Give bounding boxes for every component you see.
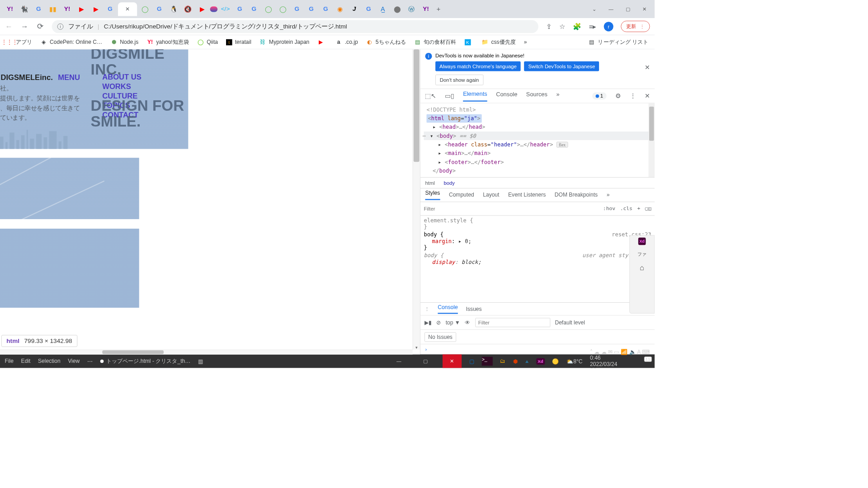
extensions-icon[interactable]: 🧩 — [573, 22, 581, 30]
tab-favicon[interactable]: G — [362, 3, 375, 15]
vscode-menu-item[interactable]: Edit — [21, 358, 31, 365]
tabs-overflow[interactable]: » — [607, 192, 610, 198]
tab-favicon[interactable]: 🐧 — [167, 3, 180, 15]
site-info-icon[interactable]: i — [57, 23, 64, 30]
window-minimize-icon[interactable]: — — [389, 354, 408, 368]
dom-node[interactable]: ▸ <main>…</main> — [424, 149, 651, 158]
log-levels-select[interactable]: Default level — [555, 319, 585, 326]
reading-list-button[interactable]: ▤リーディング リスト — [588, 38, 648, 46]
profile-avatar[interactable]: r — [604, 22, 613, 31]
bookmarks-overflow[interactable]: » — [524, 39, 527, 45]
window-close-icon[interactable]: ✕ — [642, 6, 646, 12]
tab-styles[interactable]: Styles — [425, 190, 440, 200]
flex-badge[interactable]: flex — [557, 142, 568, 148]
page-viewport[interactable]: DIGSMILE INC. DIGSMELEinc. MENU ABOUT US… — [0, 49, 413, 354]
tab-favicon[interactable]: ⓦ — [405, 3, 418, 15]
tab-dom-breakpoints[interactable]: DOM Breakpoints — [555, 192, 598, 198]
taskbar-office[interactable]: ⬢ — [513, 358, 518, 364]
tab-computed[interactable]: Computed — [449, 192, 474, 198]
nav-back-icon[interactable]: ← — [5, 22, 13, 31]
nav-forward-icon[interactable]: → — [20, 22, 28, 31]
tab-favicon[interactable]: J — [348, 3, 361, 15]
tab-favicon[interactable]: ▶ — [75, 3, 88, 15]
taskbar-explorer[interactable]: 🗂 — [500, 358, 505, 365]
dom-node[interactable]: <html lang="ja"> — [424, 114, 651, 122]
menu-link[interactable]: MENU — [58, 73, 80, 82]
live-expression-icon[interactable]: 👁 — [465, 319, 470, 326]
bookmark-item[interactable]: ▶ — [317, 39, 327, 46]
bookmark-star-icon[interactable]: ☆ — [559, 22, 566, 30]
dom-node[interactable]: ▸ <head>…</head> — [424, 123, 651, 131]
style-rule[interactable]: user agent stylesheet body { display: bl… — [424, 252, 651, 265]
device-toggle-icon[interactable]: ▭▯ — [445, 92, 454, 100]
vscode-menu-item[interactable]: Selection — [38, 358, 61, 365]
vscode-menu-item[interactable]: View — [68, 358, 80, 365]
kebab-menu-icon[interactable]: ⋮ — [630, 92, 636, 100]
styles-rules[interactable]: element.style { } reset.css:23 body { ma… — [420, 216, 655, 302]
dom-tree[interactable]: <!DOCTYPE html> <html lang="ja"> ▸ <head… — [420, 103, 655, 178]
panel-layout-icon[interactable]: ▥ — [198, 358, 203, 364]
scrollbar-thumb[interactable] — [102, 350, 164, 354]
tab-favicon[interactable]: ▶ — [90, 3, 103, 15]
tab-console[interactable]: Console — [496, 91, 517, 101]
tab-favicon[interactable]: G — [291, 3, 304, 15]
tab-favicon[interactable]: </> — [219, 3, 232, 15]
dom-node-selected[interactable]: ⋯▾ <body> == $0 — [424, 131, 651, 140]
dom-node[interactable]: <!DOCTYPE html> — [424, 105, 651, 114]
close-icon[interactable]: ✕ — [645, 92, 650, 100]
omnibox[interactable]: i ファイル | C:/Users/rikup/OneDrive/ドキュメント/… — [52, 20, 538, 33]
drawer-menu-icon[interactable]: ⋮ — [425, 306, 429, 312]
bookmark-item[interactable]: ◈CodePen: Online C… — [40, 39, 102, 46]
vscode-active-tab[interactable]: トップページ.html - クリスタ_th… — [100, 357, 190, 365]
tray-notifications-icon[interactable]: 💬 — [590, 368, 597, 368]
window-close-icon[interactable]: ✕ — [443, 354, 462, 368]
page-scrollbar-vertical[interactable]: ▾ — [413, 49, 420, 349]
taskbar-clock[interactable]: 0:46 2022/03/24 — [590, 355, 650, 367]
reading-list-icon[interactable]: ≡▸ — [589, 22, 596, 30]
style-rule[interactable]: reset.css:23 body { margin: ▸ 0; } — [424, 231, 651, 251]
dont-show-again-button[interactable]: Don't show again — [435, 75, 483, 85]
tab-elements[interactable]: Elements — [463, 90, 487, 101]
tab-favicon[interactable]: G — [104, 3, 117, 15]
dom-node[interactable]: ▸ <footer>…</footer> — [424, 158, 651, 166]
taskbar-terminal[interactable]: >_ — [482, 357, 493, 366]
tab-favicon[interactable]: ⬤ — [391, 3, 404, 15]
tab-favicon[interactable]: 🐈‍⬛ — [18, 3, 31, 15]
nav-link[interactable]: ABOUT US — [102, 73, 142, 82]
cls-toggle[interactable]: .cls — [620, 206, 632, 212]
bookmark-item[interactable]: Y!yahoo!知恵袋 — [146, 38, 189, 46]
crumb[interactable]: html — [425, 180, 434, 186]
tab-favicon[interactable]: G — [319, 3, 332, 15]
tab-search-icon[interactable]: ⌄ — [592, 6, 596, 12]
weather-widget[interactable]: ⛅8°C — [566, 358, 582, 364]
tab-favicon[interactable]: G — [305, 3, 318, 15]
bookmark-item[interactable]: ⛓Myprotein Japan — [259, 39, 309, 46]
share-icon[interactable]: ⇪ — [546, 22, 552, 30]
bookmark-item[interactable]: K — [465, 39, 474, 45]
taskbar-xd[interactable]: Xd — [536, 358, 545, 365]
crumb-selected[interactable]: body — [443, 180, 455, 186]
switch-devtools-japanese-button[interactable]: Switch DevTools to Japanese — [524, 61, 599, 71]
tab-favicon[interactable]: Y! — [61, 3, 74, 15]
tray-keyboard-icon[interactable]: ⌨ — [642, 349, 650, 355]
tab-sources[interactable]: Sources — [526, 91, 547, 101]
tray-wifi-icon[interactable]: 📶 — [621, 349, 627, 355]
home-icon[interactable]: ⌂ — [640, 263, 644, 272]
dom-node[interactable]: ▸ <header class="header">…</header> flex — [424, 140, 651, 149]
match-language-button[interactable]: Always match Chrome's language — [435, 61, 521, 71]
close-icon[interactable]: ✕ — [125, 6, 130, 12]
tabs-overflow[interactable]: » — [557, 91, 560, 101]
tab-favicon[interactable]: G — [248, 3, 261, 15]
new-tab-button[interactable]: + — [434, 5, 443, 13]
tab-favicon[interactable]: ◯ — [138, 3, 151, 15]
tray-mail-icon[interactable]: ✉ — [608, 349, 613, 355]
console-sidebar-toggle-icon[interactable]: ▶▮ — [425, 319, 432, 326]
window-maximize-icon[interactable]: ▢ — [626, 6, 630, 12]
settings-gear-icon[interactable]: ⚙ — [615, 92, 621, 100]
bookmark-item[interactable]: 📁css優先度 — [481, 38, 515, 46]
context-selector[interactable]: top ▼ — [446, 319, 460, 326]
close-icon[interactable]: ✕ — [645, 64, 650, 71]
taskbar-chrome[interactable]: 🟡 — [552, 358, 559, 364]
tray-ime-indicator[interactable]: A — [637, 349, 640, 355]
bookmark-item[interactable]: tteratail — [226, 39, 251, 45]
